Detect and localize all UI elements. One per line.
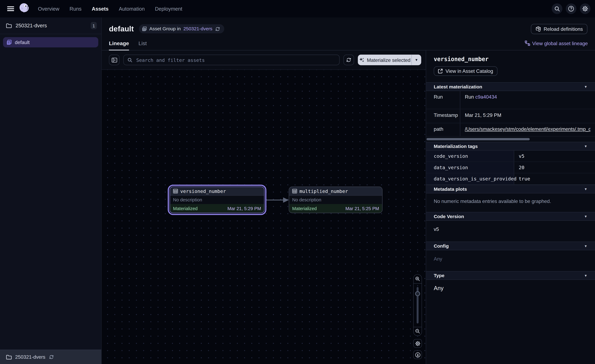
materialize-options-button[interactable]: ▼ (412, 55, 421, 65)
run-id-link[interactable]: c9a40434 (475, 94, 497, 100)
toggle-sidebar-panel-button[interactable] (109, 55, 120, 65)
sidebar-item-label: default (15, 39, 30, 45)
nav-item-automation[interactable]: Automation (119, 6, 145, 12)
materialized-status: Materialized (173, 206, 198, 211)
nav-item-runs[interactable]: Runs (70, 6, 81, 12)
help-icon (568, 6, 574, 12)
view-in-asset-catalog-label: View in Asset Catalog (446, 68, 493, 74)
app-window: Overview Runs Assets Automation Deployme… (0, 0, 595, 364)
view-in-asset-catalog-button[interactable]: View in Asset Catalog (434, 66, 497, 76)
external-link-icon (438, 69, 443, 74)
sidebar-footer-label: 250321-dvers (15, 354, 45, 360)
sidebar-group-name: 250321-dvers (16, 23, 47, 28)
row-label: path (426, 123, 460, 136)
settings-button[interactable] (580, 3, 590, 14)
nav-item-assets[interactable]: Assets (92, 6, 108, 12)
reload-definitions-button[interactable]: Reload definitions (531, 24, 588, 34)
asset-node-status-row: Materialized Mar 21, 5:25 PM (289, 204, 382, 213)
asset-node-header: versioned_number (170, 187, 264, 196)
refresh-icon[interactable] (215, 26, 220, 31)
tab-list[interactable]: List (139, 36, 147, 50)
sidebar-item-default[interactable]: default (3, 37, 98, 48)
path-link[interactable]: /Users/smackesey/stm/code/elementl/exper… (465, 126, 590, 132)
sidebar-group-row[interactable]: 250321-dvers 1 (0, 17, 101, 34)
download-image-button[interactable] (413, 350, 422, 359)
metadata-plots-empty-text: No numeric metadata entries available to… (426, 193, 595, 212)
asset-node-status-row: Materialized Mar 21, 5:29 PM (170, 204, 264, 213)
refresh-graph-button[interactable] (344, 55, 354, 65)
lineage-canvas[interactable]: versioned_number No description Material… (102, 69, 426, 364)
asset-search-box (123, 55, 340, 65)
section-config[interactable]: Config ▼ (426, 242, 595, 250)
materialize-selected-button[interactable]: Materialize selected (358, 55, 411, 65)
materialized-status: Materialized (292, 206, 317, 211)
hamburger-menu-button[interactable] (6, 4, 15, 13)
topnav-actions (552, 3, 590, 14)
gear-icon (582, 6, 588, 12)
asset-search-input[interactable] (135, 57, 336, 63)
nav-item-overview[interactable]: Overview (38, 6, 59, 12)
section-latest-materialization[interactable]: Latest materialization ▼ (426, 82, 595, 91)
collapse-caret-icon: ▼ (584, 244, 588, 248)
zoom-slider-thumb[interactable] (415, 291, 420, 296)
section-materialization-tags[interactable]: Materialization tags ▼ (426, 142, 595, 151)
tag-row: data_version_is_user_provided true (426, 173, 595, 185)
asset-details-title: versioned_number (426, 50, 595, 63)
panel-expand-icon (111, 57, 117, 63)
lineage-edge (264, 195, 290, 205)
help-button[interactable] (566, 3, 576, 14)
asset-node-multiplied-number[interactable]: multiplied_number No description Materia… (289, 187, 382, 213)
dagster-logo-icon[interactable] (18, 2, 31, 15)
sparkle-icon (359, 57, 364, 63)
section-code-version[interactable]: Code Version ▼ (426, 212, 595, 221)
row-value: Run c9a40434 (460, 91, 595, 109)
asset-groups-sidebar: 250321-dvers 1 default 250321-dvers (0, 17, 102, 364)
search-button[interactable] (552, 3, 562, 14)
collapse-caret-icon: ▼ (584, 187, 588, 191)
refresh-icon (49, 355, 54, 360)
materialized-timestamp: Mar 21, 5:29 PM (227, 206, 261, 211)
reload-definitions-label: Reload definitions (544, 26, 583, 32)
asset-details-pane: versioned_number View in Asset Catalog L… (426, 50, 595, 364)
code-version-value: v5 (426, 221, 595, 242)
badge-prefix: Asset Group in (149, 26, 181, 31)
row-value: /Users/smackesey/stm/code/elementl/exper… (460, 123, 595, 136)
zoom-slider[interactable] (414, 283, 422, 327)
tag-key: data_version_is_user_provided (426, 173, 514, 184)
gear-icon (415, 341, 420, 346)
top-nav: Overview Runs Assets Automation Deployme… (0, 0, 595, 17)
zoom-in-icon (415, 276, 420, 281)
zoom-out-button[interactable] (414, 327, 422, 336)
asset-node-versioned-number[interactable]: versioned_number No description Material… (170, 187, 264, 213)
tab-lineage[interactable]: Lineage (109, 36, 129, 50)
badge-group-link[interactable]: 250321-dvers (183, 26, 212, 31)
asset-group-icon (142, 26, 147, 31)
table-row: Run Run c9a40434 (426, 91, 595, 109)
materialize-selected-label: Materialize selected (367, 57, 411, 63)
lineage-toolbar: Materialize selected ▼ (102, 50, 426, 69)
graph-settings-button[interactable] (413, 339, 422, 348)
folder-icon (6, 23, 12, 28)
tag-value: 20 (514, 162, 595, 173)
asset-group-badge: Asset Group in 250321-dvers (139, 24, 224, 33)
section-type[interactable]: Type ▼ (426, 271, 595, 280)
page-header: default Asset Group in 250321-dvers Re (102, 17, 595, 36)
chevron-down-icon: ▼ (415, 58, 418, 62)
view-tabs: Lineage List View global asset lineage (102, 36, 595, 50)
primary-nav: Overview Runs Assets Automation Deployme… (38, 6, 182, 12)
scrollbar-thumb[interactable] (426, 138, 530, 140)
materialized-timestamp: Mar 21, 5:25 PM (346, 206, 379, 211)
sidebar-footer[interactable]: 250321-dvers (0, 350, 101, 364)
asset-node-description: No description (289, 196, 382, 204)
table-icon (173, 189, 178, 193)
tag-value: true (514, 173, 595, 184)
view-global-asset-lineage-link[interactable]: View global asset lineage (525, 41, 588, 46)
main-panel: default Asset Group in 250321-dvers Re (102, 17, 595, 364)
asset-node-description: No description (170, 196, 264, 204)
section-metadata-plots[interactable]: Metadata plots ▼ (426, 185, 595, 193)
nav-item-deployment[interactable]: Deployment (155, 6, 182, 12)
zoom-in-button[interactable] (414, 274, 422, 283)
horizontal-scrollbar[interactable] (426, 137, 595, 142)
hamburger-icon (7, 6, 14, 11)
collapse-caret-icon: ▼ (584, 144, 588, 148)
